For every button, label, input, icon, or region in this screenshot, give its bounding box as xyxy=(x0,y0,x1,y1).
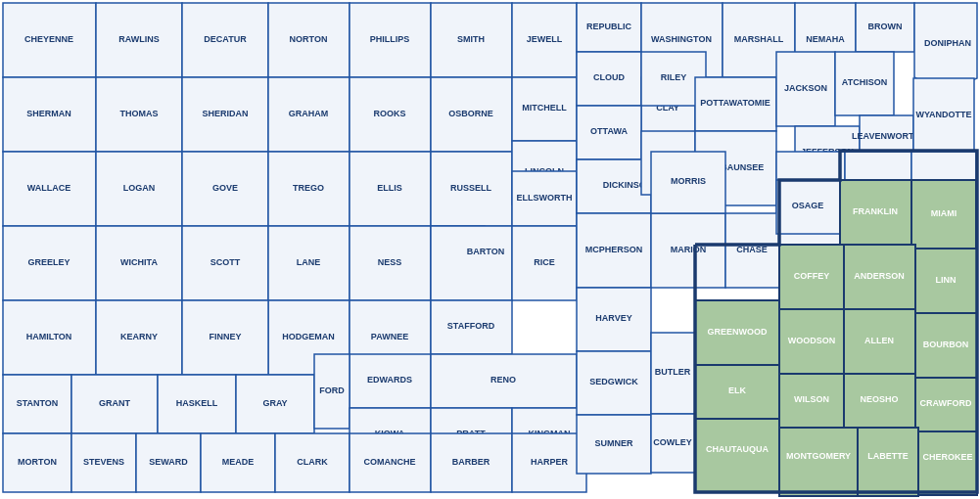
county-atchison[interactable] xyxy=(835,52,894,115)
county-osage[interactable] xyxy=(776,180,840,234)
kansas-map: CHEYENNE RAWLINS DECATUR NORTON PHILLIPS… xyxy=(0,0,980,499)
county-edwards[interactable] xyxy=(350,354,431,408)
county-greeley[interactable] xyxy=(3,226,96,300)
county-barber[interactable] xyxy=(431,433,512,492)
county-trego[interactable] xyxy=(268,152,350,226)
county-cowley[interactable] xyxy=(651,414,695,473)
county-jackson[interactable] xyxy=(776,52,835,126)
county-wichita[interactable] xyxy=(96,226,182,300)
county-smith[interactable] xyxy=(431,3,512,77)
county-sedgwick[interactable] xyxy=(577,351,651,415)
county-norton[interactable] xyxy=(268,3,350,77)
county-ellis[interactable] xyxy=(350,152,431,226)
county-republic[interactable] xyxy=(577,3,641,52)
county-sumner[interactable] xyxy=(577,415,651,474)
county-logan[interactable] xyxy=(96,152,182,226)
county-clark[interactable] xyxy=(275,433,350,492)
county-elk[interactable] xyxy=(695,365,779,419)
county-osborne[interactable] xyxy=(431,77,512,152)
county-butler[interactable] xyxy=(651,333,695,414)
county-gray[interactable] xyxy=(236,375,314,433)
county-ness[interactable] xyxy=(350,226,431,300)
county-gove[interactable] xyxy=(182,152,268,226)
county-ottawa[interactable] xyxy=(577,106,641,159)
county-rooks[interactable] xyxy=(350,77,431,152)
county-stanton[interactable] xyxy=(3,375,71,433)
county-woodson[interactable] xyxy=(779,309,844,374)
county-decatur[interactable] xyxy=(182,3,268,77)
county-mitchell[interactable] xyxy=(512,77,577,141)
county-rice[interactable] xyxy=(512,226,577,300)
county-wilson[interactable] xyxy=(779,374,844,428)
county-neosho[interactable] xyxy=(844,374,915,428)
county-morris[interactable] xyxy=(651,152,725,213)
county-stevens[interactable] xyxy=(71,433,136,492)
county-crawford[interactable] xyxy=(915,378,977,431)
county-cloud[interactable] xyxy=(577,52,641,106)
county-harvey[interactable] xyxy=(577,288,651,351)
county-reno[interactable] xyxy=(431,354,577,408)
county-wallace[interactable] xyxy=(3,152,96,226)
county-lane[interactable] xyxy=(268,226,350,300)
county-marion[interactable] xyxy=(651,213,725,288)
county-sheridan[interactable] xyxy=(182,77,268,152)
county-allen[interactable] xyxy=(844,309,915,374)
county-kearny[interactable] xyxy=(96,300,182,375)
county-rawlins[interactable] xyxy=(96,3,182,77)
county-haskell[interactable] xyxy=(158,375,236,433)
county-miami[interactable] xyxy=(911,180,976,249)
county-chautauqua[interactable] xyxy=(695,419,779,492)
county-franklin[interactable] xyxy=(840,180,911,245)
county-ellsworth[interactable] xyxy=(512,171,577,226)
county-coffey[interactable] xyxy=(779,245,844,309)
county-seward[interactable] xyxy=(136,433,201,492)
county-phillips[interactable] xyxy=(350,3,431,77)
county-cherokee[interactable] xyxy=(918,431,977,495)
county-comanche[interactable] xyxy=(350,433,431,492)
county-harper[interactable] xyxy=(512,433,586,492)
county-thomas[interactable] xyxy=(96,77,182,152)
county-ford[interactable] xyxy=(314,354,350,429)
county-brown[interactable] xyxy=(856,3,914,52)
county-mcpherson[interactable] xyxy=(577,213,651,288)
county-montgomery[interactable] xyxy=(779,428,858,496)
county-jewell[interactable] xyxy=(512,3,577,77)
county-finney[interactable] xyxy=(182,300,268,375)
county-wyandotte[interactable] xyxy=(913,78,974,152)
county-bourbon[interactable] xyxy=(915,313,977,378)
county-linn[interactable] xyxy=(915,249,977,313)
county-russell[interactable] xyxy=(431,152,512,226)
county-sherman[interactable] xyxy=(3,77,96,152)
county-morton[interactable] xyxy=(3,433,71,492)
county-labette[interactable] xyxy=(858,428,918,496)
county-pottawatomie[interactable] xyxy=(695,77,776,131)
county-chase[interactable] xyxy=(725,213,779,288)
county-stafford[interactable] xyxy=(431,300,512,354)
county-grant[interactable] xyxy=(71,375,158,433)
county-dickinson[interactable] xyxy=(577,159,651,213)
county-scott[interactable] xyxy=(182,226,268,300)
county-cheyenne[interactable] xyxy=(3,3,96,77)
county-barton[interactable] xyxy=(431,226,512,300)
county-hamilton[interactable] xyxy=(3,300,96,375)
county-graham[interactable] xyxy=(268,77,350,152)
county-greenwood[interactable] xyxy=(695,300,779,365)
county-anderson[interactable] xyxy=(844,245,915,309)
county-meade[interactable] xyxy=(201,433,275,492)
